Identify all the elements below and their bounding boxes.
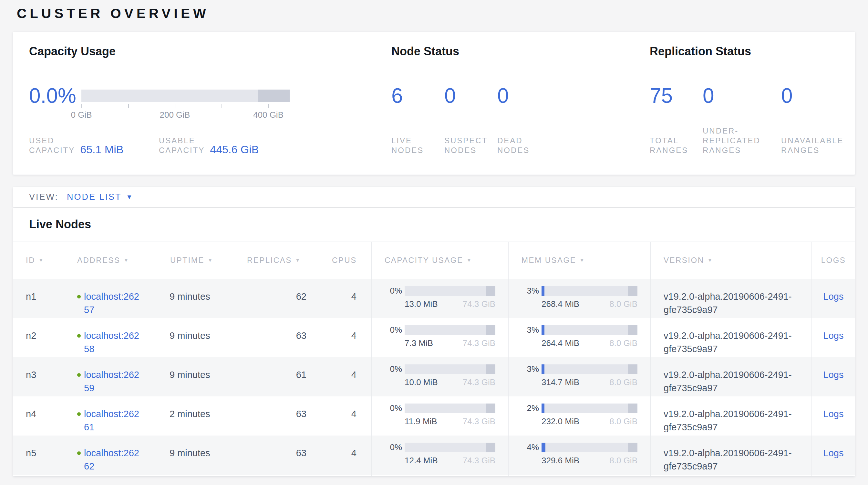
summary-stat-value: 75: [650, 85, 703, 106]
node-id-cell: n1: [13, 279, 64, 318]
mem-percent: 3%: [522, 325, 539, 335]
replicas-cell: 63: [234, 396, 319, 435]
axis-tick: [221, 104, 222, 108]
mem-total-value: 8.0 GiB: [609, 417, 638, 426]
mem-values: 329.6 MiB 8.0 GiB: [541, 456, 638, 465]
column-header-mem-usage[interactable]: MEM USAGE▼: [508, 242, 651, 279]
capacity-values: 11.9 MiB 74.3 GiB: [405, 417, 495, 426]
node-id-cell: n4: [13, 396, 64, 435]
logs-cell: Logs: [812, 435, 855, 475]
column-header-capacity-usage[interactable]: CAPACITY USAGE▼: [372, 242, 508, 279]
cpus-cell: 4: [319, 279, 372, 318]
column-header-label: CAPACITY USAGE: [384, 256, 463, 265]
capacity-used-value: 10.0 MiB: [405, 377, 438, 387]
live-nodes-title: Live Nodes: [13, 208, 855, 231]
node-address-cell: localhost:26261: [64, 396, 157, 435]
logs-cell: Logs: [812, 357, 855, 396]
column-header-version[interactable]: VERSION▼: [651, 242, 812, 279]
summary-stat: 0DEADNODES: [497, 85, 562, 155]
table-partial-row: [13, 475, 855, 476]
view-dropdown-selected[interactable]: NODE LIST: [67, 192, 122, 202]
node-address-link[interactable]: localhost:26257: [84, 290, 143, 318]
node-address-cell: localhost:26262: [64, 435, 157, 475]
column-header-label: VERSION: [663, 256, 704, 265]
live-nodes-card: Live Nodes ID▼ADDRESS▼UPTIME▼REPLICAS▼CP…: [13, 208, 855, 476]
mem-usage-bar: [541, 286, 638, 296]
node-address-cell: localhost:26258: [64, 318, 157, 357]
mem-usage-bar-reserved: [628, 364, 638, 374]
summary-stat-label: DEADNODES: [497, 136, 530, 155]
column-header-address[interactable]: ADDRESS▼: [64, 242, 157, 279]
node-address-link[interactable]: localhost:26262: [84, 447, 143, 475]
mem-usage-bar: [541, 443, 638, 452]
node-address-link[interactable]: localhost:26259: [84, 368, 143, 396]
node-address-link[interactable]: localhost:26258: [84, 329, 143, 357]
capacity-bar-reserved: [486, 325, 495, 335]
used-capacity-stat: USED CAPACITY 65.1 MiB: [29, 136, 159, 155]
summary-stat-value: 0: [703, 85, 781, 106]
version-text: v19.2.0-alpha.20190606-2491-gfe735c9a97: [663, 407, 805, 434]
capacity-usage-row: 0.0% 0 GiB200 GiB400 GiB: [29, 85, 290, 120]
summary-stat: 0UNDER-REPLICATEDRANGES: [703, 85, 781, 155]
logs-cell: Logs: [812, 318, 855, 357]
mem-percent: 3%: [522, 364, 539, 374]
partial-row-cell: [651, 475, 812, 476]
summary-stat-label: UNDER-REPLICATEDRANGES: [703, 126, 761, 155]
capacity-summary-bar-reserved: [258, 90, 290, 102]
capacity-values: 13.0 MiB 74.3 GiB: [405, 299, 495, 309]
capacity-usage-cell: 0% 10.0 MiB 74.3 GiB: [372, 357, 508, 396]
replication-status-section: Replication Status 75TOTALRANGES0UNDER-R…: [650, 45, 857, 155]
view-dropdown[interactable]: NODE LIST ▼: [67, 192, 132, 202]
summary-stat-label: UNAVAILABLERANGES: [781, 136, 844, 155]
node-id-cell: n5: [13, 435, 64, 475]
mem-usage-bar-fill: [541, 364, 545, 374]
logs-link[interactable]: Logs: [824, 409, 844, 419]
mem-usage-cell: 2% 232.0 MiB 8.0 GiB: [508, 396, 651, 435]
used-capacity-label-line2: CAPACITY: [29, 145, 75, 155]
summary-stat-label: TOTALRANGES: [650, 136, 688, 155]
table-body: n1 localhost:26257 9 minutes 62 4 0% 13.…: [13, 279, 855, 475]
column-header-label: ID: [26, 256, 35, 265]
mem-percent: 4%: [522, 442, 539, 452]
capacity-bar-reserved: [486, 443, 495, 452]
logs-link[interactable]: Logs: [824, 370, 844, 380]
view-selector-inner: VIEW: NODE LIST ▼: [13, 187, 855, 207]
partial-row-cell: [319, 475, 372, 476]
node-status-section: Node Status 6LIVENODES0SUSPECTNODES0DEAD…: [392, 45, 630, 155]
node-address-link[interactable]: localhost:26261: [84, 407, 143, 435]
mem-usage-bar: [541, 364, 638, 374]
capacity-used-value: 13.0 MiB: [405, 299, 438, 309]
version-cell: v19.2.0-alpha.20190606-2491-gfe735c9a97: [651, 318, 812, 357]
capacity-usage-cell: 0% 13.0 MiB 74.3 GiB: [372, 279, 508, 318]
column-header-uptime[interactable]: UPTIME▼: [157, 242, 234, 279]
live-status-icon: [77, 373, 81, 377]
table-row: n3 localhost:26259 9 minutes 61 4 0% 10.…: [13, 357, 855, 396]
mem-used-value: 268.4 MiB: [541, 299, 579, 309]
capacity-used-percent: 0.0%: [29, 85, 70, 120]
capacity-bar: [405, 443, 495, 452]
replicas-cell: 62: [234, 279, 319, 318]
mem-usage-bar-reserved: [628, 443, 638, 452]
cluster-overview-page: CLUSTER OVERVIEW Capacity Usage 0.0% 0 G…: [0, 0, 868, 485]
capacity-values: 12.4 MiB 74.3 GiB: [405, 456, 495, 465]
column-header-label: ADDRESS: [77, 256, 120, 265]
live-status-icon: [77, 412, 81, 416]
mem-bar-line: 4%: [522, 442, 638, 452]
replicas-cell: 61: [234, 357, 319, 396]
node-id-cell: n3: [13, 357, 64, 396]
node-id-cell: n2: [13, 318, 64, 357]
capacity-bar: [405, 286, 495, 296]
uptime-cell: 2 minutes: [157, 396, 234, 435]
used-capacity-label-line1: USED: [29, 136, 75, 145]
column-header-replicas[interactable]: REPLICAS▼: [234, 242, 319, 279]
capacity-used-value: 7.3 MiB: [405, 338, 433, 348]
summary-stat: 75TOTALRANGES: [650, 85, 703, 155]
capacity-values: 7.3 MiB 74.3 GiB: [405, 338, 495, 348]
logs-link[interactable]: Logs: [824, 291, 844, 302]
logs-link[interactable]: Logs: [824, 331, 844, 341]
logs-link[interactable]: Logs: [824, 448, 844, 458]
version-text: v19.2.0-alpha.20190606-2491-gfe735c9a97: [663, 329, 805, 356]
sort-arrow-icon: ▼: [38, 257, 44, 263]
node-address-cell: localhost:26259: [64, 357, 157, 396]
column-header-id[interactable]: ID▼: [13, 242, 64, 279]
